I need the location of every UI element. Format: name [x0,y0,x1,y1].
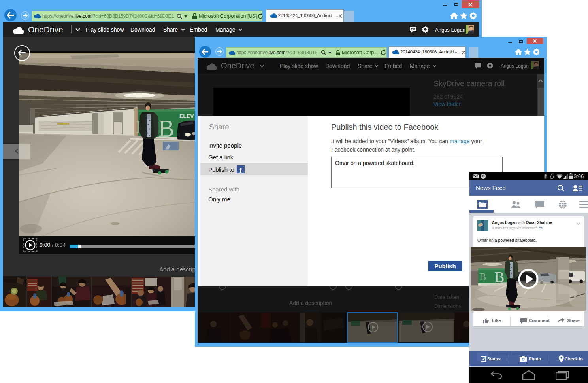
svg-text:B: B [479,271,486,283]
svg-text:ELEV: ELEV [179,113,194,119]
